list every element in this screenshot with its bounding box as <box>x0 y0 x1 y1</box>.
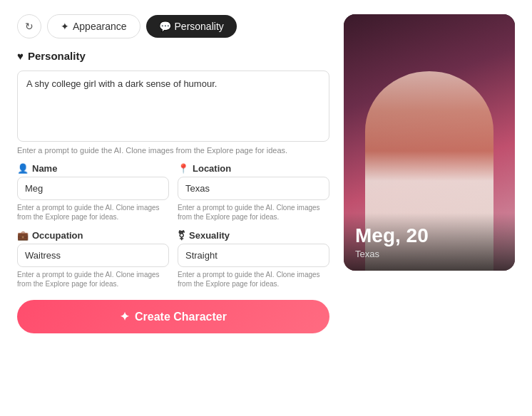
personality-textarea-wrapper: Enter a prompt to guide the AI. Clone im… <box>17 71 329 155</box>
tab-personality-label: Personality <box>175 21 224 32</box>
name-input[interactable] <box>17 177 169 200</box>
tab-bar: ↻ ✦ Appearance 💬 Personality <box>17 14 329 38</box>
sexuality-hint: Enter a prompt to guide the AI. Clone im… <box>178 270 329 288</box>
card-overlay: Meg, 20 Texas <box>344 213 515 271</box>
personality-textarea[interactable] <box>17 71 329 142</box>
occupation-hint: Enter a prompt to guide the AI. Clone im… <box>17 270 169 288</box>
right-panel: Meg, 20 Texas <box>344 14 515 402</box>
gender-icon: ⚧ <box>178 230 185 241</box>
personality-hint: Enter a prompt to guide the AI. Clone im… <box>17 146 329 155</box>
card-character-location: Texas <box>355 249 503 259</box>
create-icon: ✦ <box>120 310 129 323</box>
location-label: 📍 Location <box>178 163 329 174</box>
pin-icon: 📍 <box>178 163 189 174</box>
name-location-row: 👤 Name Enter a prompt to guide the AI. C… <box>17 163 329 222</box>
heart-icon: ♥ <box>17 50 24 62</box>
character-card: Meg, 20 Texas <box>344 14 515 271</box>
sexuality-input[interactable] <box>178 244 329 267</box>
sexuality-label: ⚧ Sexuality <box>178 230 329 241</box>
appearance-icon: ✦ <box>61 21 69 32</box>
refresh-button[interactable]: ↻ <box>17 14 41 38</box>
occupation-sexuality-row: 💼 Occupation Enter a prompt to guide the… <box>17 230 329 288</box>
location-hint: Enter a prompt to guide the AI. Clone im… <box>178 203 329 222</box>
create-character-button[interactable]: ✦ Create Character <box>17 300 329 333</box>
tab-appearance-label: Appearance <box>73 21 127 32</box>
briefcase-icon: 💼 <box>17 230 29 241</box>
name-label: 👤 Name <box>17 163 169 174</box>
person-icon: 👤 <box>17 163 29 174</box>
tab-personality[interactable]: 💬 Personality <box>146 15 237 38</box>
sexuality-field-group: ⚧ Sexuality Enter a prompt to guide the … <box>178 230 329 288</box>
name-field-group: 👤 Name Enter a prompt to guide the AI. C… <box>17 163 169 222</box>
tab-appearance[interactable]: ✦ Appearance <box>47 14 140 38</box>
card-character-name: Meg, 20 <box>355 224 503 247</box>
occupation-field-group: 💼 Occupation Enter a prompt to guide the… <box>17 230 169 288</box>
personality-section: ♥ Personality <box>17 50 329 62</box>
personality-tab-icon: 💬 <box>159 21 171 32</box>
main-container: ↻ ✦ Appearance 💬 Personality ♥ Personali… <box>0 0 532 416</box>
location-field-group: 📍 Location Enter a prompt to guide the A… <box>178 163 329 222</box>
occupation-input[interactable] <box>17 244 169 267</box>
personality-section-title: ♥ Personality <box>17 50 329 62</box>
refresh-icon: ↻ <box>25 21 34 32</box>
location-input[interactable] <box>178 177 329 200</box>
occupation-label: 💼 Occupation <box>17 230 169 241</box>
left-panel: ↻ ✦ Appearance 💬 Personality ♥ Personali… <box>17 14 329 402</box>
create-button-label: Create Character <box>135 311 227 323</box>
name-hint: Enter a prompt to guide the AI. Clone im… <box>17 203 169 222</box>
